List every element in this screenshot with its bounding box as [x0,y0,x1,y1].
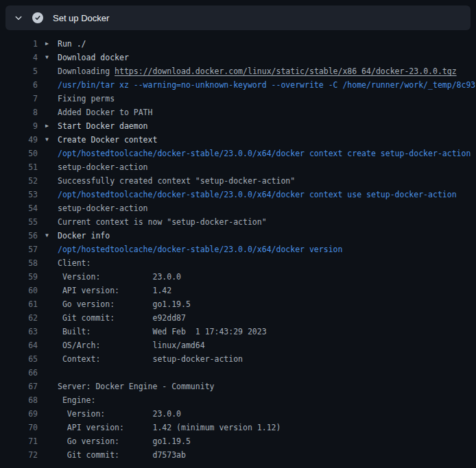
group-expanded-icon[interactable]: ▼ [38,133,58,147]
group-collapsed-icon[interactable]: ▶ [38,119,58,133]
chevron-down-icon[interactable] [14,13,23,23]
log-line: 70 API version: 1.42 (minimum version 1.… [0,421,476,434]
log-text: Run ./ [58,37,476,51]
line-number[interactable]: 58 [0,256,38,270]
log-text: Server: Docker Engine - Community [58,380,476,393]
line-number[interactable]: 55 [0,215,38,229]
log-text: Docker info [58,229,476,243]
log-text: Git commit: e92dd87 [58,311,476,325]
line-number[interactable]: 50 [0,147,38,160]
line-number[interactable]: 8 [0,106,38,119]
line-number[interactable]: 59 [0,270,38,284]
line-number[interactable]: 7 [0,92,38,106]
log-line: 52Successfully created context "setup-do… [0,174,476,188]
log-text: /usr/bin/tar xz --warning=no-unknown-key… [58,78,476,92]
line-number[interactable]: 49 [0,133,38,147]
log-line: 53/opt/hostedtoolcache/docker-stable/23.… [0,188,476,201]
check-circle-icon [32,12,43,23]
line-number[interactable]: 64 [0,338,38,352]
log-line: 62 Git commit: e92dd87 [0,311,476,325]
line-number[interactable]: 52 [0,174,38,188]
workflow-log-viewer: Set up Docker 1▶Run ./4▼Download docker5… [0,0,476,468]
log-text: /opt/hostedtoolcache/docker-stable/23.0.… [58,243,476,256]
group-expanded-icon[interactable]: ▼ [38,229,58,243]
log-lines-container: 1▶Run ./4▼Download docker5Downloading ht… [0,30,476,468]
log-line: 69 Version: 23.0.0 [0,407,476,421]
line-number[interactable]: 57 [0,243,38,256]
log-line: 68 Engine: [0,393,476,407]
log-line: 55Current context is now "setup-docker-a… [0,215,476,229]
log-line: 59 Version: 23.0.0 [0,270,476,284]
log-line: 67Server: Docker Engine - Community [0,380,476,393]
log-text: setup-docker-action [58,160,476,174]
log-text: Successfully created context "setup-dock… [58,174,476,188]
log-line: 65 Context: setup-docker-action [0,352,476,366]
log-text: Downloading https://download.docker.com/… [58,64,476,78]
group-collapsed-icon[interactable]: ▶ [38,37,58,51]
line-number[interactable]: 53 [0,188,38,201]
log-group-line[interactable]: 4▼Download docker [0,51,476,64]
line-number[interactable]: 1 [0,37,38,51]
line-number[interactable]: 60 [0,284,38,297]
step-header[interactable]: Set up Docker [5,5,471,30]
line-number[interactable]: 67 [0,380,38,393]
log-text: Built: Wed Feb 1 17:43:29 2023 [58,325,476,338]
log-group-line[interactable]: 1▶Run ./ [0,37,476,51]
line-number[interactable]: 70 [0,421,38,434]
log-line: 64 OS/Arch: linux/amd64 [0,338,476,352]
line-number[interactable]: 54 [0,201,38,215]
line-number[interactable]: 69 [0,407,38,421]
line-number[interactable]: 66 [0,366,38,380]
log-text: Client: [58,256,476,270]
log-line: 61 Go version: go1.19.5 [0,297,476,311]
log-text: /opt/hostedtoolcache/docker-stable/23.0.… [58,188,476,201]
log-group-line[interactable]: 49▼Create Docker context [0,133,476,147]
log-text: Version: 23.0.0 [58,407,476,421]
log-line: 54setup-docker-action [0,201,476,215]
log-text: /opt/hostedtoolcache/docker-stable/23.0.… [58,147,476,160]
line-number[interactable]: 65 [0,352,38,366]
log-line: 6/usr/bin/tar xz --warning=no-unknown-ke… [0,78,476,92]
log-line: 5Downloading https://download.docker.com… [0,64,476,78]
log-line: 50/opt/hostedtoolcache/docker-stable/23.… [0,147,476,160]
step-title: Set up Docker [53,13,109,23]
group-expanded-icon[interactable]: ▼ [38,51,58,64]
log-line: 58Client: [0,256,476,270]
log-text: Git commit: d7573ab [58,448,476,462]
line-number[interactable]: 4 [0,51,38,64]
log-text: Current context is now "setup-docker-act… [58,215,476,229]
log-line: 7Fixing perms [0,92,476,106]
line-number[interactable]: 63 [0,325,38,338]
log-line: 66 [0,366,476,380]
log-text: Start Docker daemon [58,119,476,133]
log-text: API version: 1.42 [58,284,476,297]
line-number[interactable]: 5 [0,64,38,78]
line-number[interactable]: 61 [0,297,38,311]
log-text: Added Docker to PATH [58,106,476,119]
log-text: Go version: go1.19.5 [58,434,476,448]
line-number[interactable]: 56 [0,229,38,243]
log-text: Engine: [58,393,476,407]
log-text: Download docker [58,51,476,64]
log-group-line[interactable]: 9▶Start Docker daemon [0,119,476,133]
line-number[interactable]: 51 [0,160,38,174]
log-group-line[interactable]: 56▼Docker info [0,229,476,243]
log-text: Fixing perms [58,92,476,106]
log-line: 60 API version: 1.42 [0,284,476,297]
line-number[interactable]: 71 [0,434,38,448]
line-number[interactable]: 6 [0,78,38,92]
log-text: Go version: go1.19.5 [58,297,476,311]
log-text: setup-docker-action [58,201,476,215]
log-line: 57/opt/hostedtoolcache/docker-stable/23.… [0,243,476,256]
line-number[interactable]: 68 [0,393,38,407]
line-number[interactable]: 9 [0,119,38,133]
log-link[interactable]: https://download.docker.com/linux/static… [115,66,457,76]
line-number[interactable]: 62 [0,311,38,325]
log-text: Context: setup-docker-action [58,352,476,366]
log-line: 72 Git commit: d7573ab [0,448,476,462]
log-line: 51setup-docker-action [0,160,476,174]
log-line: 63 Built: Wed Feb 1 17:43:29 2023 [0,325,476,338]
log-text: Version: 23.0.0 [58,270,476,284]
log-text: OS/Arch: linux/amd64 [58,338,476,352]
line-number[interactable]: 72 [0,448,38,462]
